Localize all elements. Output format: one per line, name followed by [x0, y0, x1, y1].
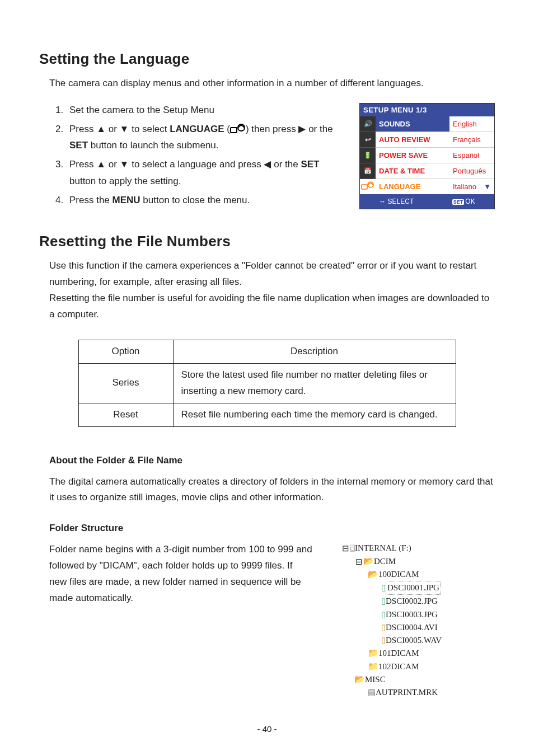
table-header-option: Option [78, 340, 173, 363]
footer-ok-label: OK [465, 198, 475, 205]
language-inline-icon [230, 124, 246, 134]
tree-autoprint-label: AUTPRINT.MRK [376, 686, 438, 699]
step-3-text-5: button to apply the setting. [69, 176, 181, 186]
up-arrow-icon: ▲ [96, 159, 106, 170]
tree-file-4: DSCI0004.AVI [386, 621, 438, 634]
lang-option-portugues: Português [449, 163, 494, 179]
scroll-down-icon: ▼ [484, 179, 491, 194]
svg-rect-3 [231, 128, 237, 133]
step-2-set-bold: SET [69, 140, 88, 151]
table-cell-series-desc: Store the latest used file number no mat… [173, 363, 456, 403]
file-icon: ▯ [381, 621, 386, 634]
autoreview-icon [365, 132, 371, 147]
page-number: - 40 - [0, 724, 534, 734]
step-4-text-1: Press the [69, 195, 113, 205]
tree-minus-icon: ⊟ [341, 542, 350, 555]
lang-option-italiano-row: Italiano ▼ [449, 179, 494, 194]
file-icon: ▯ [381, 608, 386, 621]
step-2-text-7: button to launch the submenu. [91, 140, 219, 151]
tree-file-1: DSCI0001.JPG [386, 581, 441, 595]
heading-setting-language: Setting the Language [39, 50, 495, 68]
step-2-language-bold: LANGUAGE [170, 124, 224, 134]
menu-item-powersave: POWER SAVE [376, 148, 449, 163]
datetime-icon [364, 163, 372, 179]
language-icon [361, 181, 374, 191]
tree-102dicam-label: 102DICAM [378, 660, 419, 673]
reset-intro-2: Resetting the file number is useful for … [49, 293, 489, 320]
menu-item-autoreview: AUTO REVIEW [376, 132, 449, 148]
step-3-text-2: or [109, 159, 120, 170]
right-arrow-icon: ▶ [298, 124, 306, 134]
up-arrow-icon: ▲ [96, 124, 106, 134]
heading-folder-structure: Folder Structure [39, 523, 495, 534]
set-badge: SET [452, 199, 465, 205]
folder-icon: 📂 [363, 555, 374, 568]
folder-icon: 📁 [368, 647, 378, 660]
step-2-text-3: to select [132, 124, 170, 134]
step-3-text-1: Press [69, 159, 96, 170]
table-cell-series: Series [78, 363, 173, 403]
tree-dcim-label: DCIM [374, 555, 396, 568]
footer-select: ↔ SELECT [379, 198, 414, 205]
table-cell-reset: Reset [78, 403, 173, 426]
down-arrow-icon: ▼ [120, 124, 129, 134]
lang-option-francais: Français [449, 132, 494, 148]
file-number-options-table: Option Description Series Store the late… [78, 340, 456, 427]
tree-file-5: DSCI0005.WAV [386, 634, 442, 647]
table-header-description: Description [173, 340, 456, 363]
footer-ok: SETOK [452, 198, 475, 205]
folder-icon: 📂 [354, 673, 365, 686]
step-3-set-bold: SET [301, 159, 319, 170]
lang-option-italiano: Italiano [453, 182, 476, 191]
step-4-menu-bold: MENU [113, 195, 140, 205]
setup-menu-title: SETUP MENU 1/3 [360, 104, 494, 116]
heading-resetting-file-numbers: Resetting the File Numbers [39, 233, 495, 250]
lang-intro-text: The camera can display menus and other i… [39, 76, 495, 92]
step-2-text-1: Press [69, 124, 96, 134]
footer-select-label: SELECT [388, 198, 414, 205]
left-arrow-icon: ◀ [264, 159, 271, 170]
folder-tree: ⊟ ⌼ INTERNAL (F:) ⊟ 📂 DCIM 📂 100DICAM ▯ … [341, 542, 472, 699]
heading-about-folder-file: About the Folder & File Name [39, 455, 495, 466]
file-icon: ▯ [381, 581, 386, 594]
step-3-text-4: or the [274, 159, 301, 170]
powersave-icon [364, 147, 372, 163]
step-2-text-6: or the [308, 124, 332, 134]
folder-icon: 📂 [368, 568, 378, 581]
tree-file-2: DSCI0002.JPG [386, 595, 438, 608]
step-2-text-2: or [109, 124, 120, 134]
file-icon: ▤ [368, 686, 376, 699]
setup-menu-screenshot: SETUP MENU 1/3 [359, 103, 495, 209]
about-text: The digital camera automatically creates… [39, 474, 495, 506]
tree-minus-icon: ⊟ [354, 555, 363, 568]
folder-icon: 📁 [368, 660, 378, 673]
step-3-text-3: to select a language and press [132, 159, 264, 170]
folder-structure-text: Folder name begins with a 3-digit number… [49, 542, 312, 607]
sounds-icon [364, 116, 372, 132]
file-icon: ▯ [381, 634, 386, 647]
tree-misc-label: MISC [365, 673, 386, 686]
file-icon: ▯ [381, 595, 386, 608]
lang-option-espanol: Español [449, 148, 494, 163]
lang-option-english: English [449, 116, 494, 132]
tree-root-label: INTERNAL (F:) [355, 542, 411, 555]
menu-item-sounds: SOUNDS [376, 116, 449, 132]
reset-intro-1: Use this function if the camera experien… [49, 260, 476, 287]
drive-icon: ⌼ [350, 542, 355, 555]
menu-item-datetime: DATE & TIME [376, 163, 449, 179]
nav-arrows-icon: ↔ [379, 198, 386, 205]
menu-item-language: LANGUAGE [376, 179, 449, 194]
svg-rect-0 [362, 185, 367, 189]
step-2-text-5: ) then press [246, 124, 299, 134]
tree-101dicam-label: 101DICAM [378, 647, 419, 660]
table-cell-reset-desc: Reset file numbering each time the memor… [173, 403, 456, 426]
tree-file-3: DSCI0003.JPG [386, 608, 438, 621]
tree-100dicam-label: 100DICAM [378, 568, 419, 581]
down-arrow-icon: ▼ [120, 159, 129, 170]
step-4-text-2: button to close the menu. [143, 195, 250, 205]
